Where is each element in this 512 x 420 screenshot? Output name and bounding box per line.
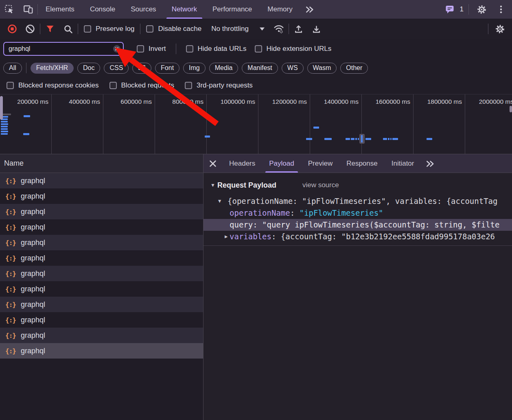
- name-column-header[interactable]: Name: [0, 154, 203, 173]
- settings-gear-icon[interactable]: [472, 4, 491, 15]
- throttling-select[interactable]: No throttling: [211, 25, 265, 33]
- export-har-icon[interactable]: [309, 22, 325, 36]
- chip-wasm[interactable]: Wasm: [307, 63, 337, 74]
- tab-elements[interactable]: Elements: [38, 0, 82, 19]
- request-row[interactable]: {:}graphql: [0, 250, 203, 266]
- tab-initiator[interactable]: Initiator: [385, 154, 421, 173]
- invert-label: Invert: [149, 45, 166, 53]
- chip-font[interactable]: Font: [155, 63, 179, 74]
- chip-manifest[interactable]: Manifest: [242, 63, 278, 74]
- tab-preview[interactable]: Preview: [301, 154, 339, 173]
- request-row[interactable]: {:}graphql: [0, 235, 203, 250]
- invert-checkbox[interactable]: [137, 45, 144, 52]
- payload-row-operation-name[interactable]: operationName"ipFlowTimeseries": [203, 207, 512, 219]
- network-settings-gear-icon[interactable]: [492, 22, 508, 36]
- blocked-cookies-toggle[interactable]: Blocked response cookies: [7, 81, 99, 90]
- invert-toggle[interactable]: Invert: [137, 45, 166, 53]
- clear-filter-icon[interactable]: [113, 45, 121, 53]
- divider: [488, 24, 488, 34]
- issues-message-icon[interactable]: [443, 4, 457, 14]
- tab-console[interactable]: Console: [82, 0, 123, 19]
- tab-headers[interactable]: Headers: [222, 154, 262, 173]
- import-har-icon[interactable]: [291, 22, 307, 36]
- hide-extension-urls-toggle[interactable]: Hide extension URLs: [255, 45, 332, 53]
- request-row[interactable]: {:}graphql: [0, 281, 203, 297]
- payload-row-variables[interactable]: ▶variables{accountTag: "b12e3b2192ee5588…: [203, 231, 512, 243]
- disable-cache-checkbox[interactable]: [146, 25, 153, 33]
- disable-cache-toggle[interactable]: Disable cache: [146, 25, 201, 33]
- blocked-filters-row: Blocked response cookies Blocked request…: [0, 77, 512, 94]
- clear-network-log-icon[interactable]: [22, 22, 38, 36]
- request-row[interactable]: {:}graphql: [0, 188, 203, 204]
- preserve-log-toggle[interactable]: Preserve log: [84, 25, 134, 33]
- more-detail-tabs-icon[interactable]: [421, 154, 440, 173]
- close-details-icon[interactable]: [203, 154, 222, 173]
- view-source-link[interactable]: view source: [302, 181, 339, 189]
- third-party-requests-toggle[interactable]: 3rd-party requests: [185, 81, 253, 90]
- json-braces-icon: {:}: [5, 285, 16, 293]
- blocked-cookies-checkbox[interactable]: [7, 82, 14, 89]
- filter-input[interactable]: [3, 42, 124, 56]
- tab-sources[interactable]: Sources: [123, 0, 164, 19]
- payload-value: "query ipFlowTimeseries($accountTag: str…: [262, 220, 499, 229]
- tab-network[interactable]: Network: [164, 0, 205, 19]
- hide-extension-urls-checkbox[interactable]: [255, 45, 262, 52]
- preserve-log-checkbox[interactable]: [84, 25, 91, 33]
- hide-data-urls-toggle[interactable]: Hide data URLs: [186, 45, 247, 53]
- request-name: graphql: [21, 285, 45, 293]
- throttling-value: No throttling: [211, 25, 249, 33]
- collapse-triangle-icon[interactable]: ▼: [210, 182, 215, 188]
- chip-js[interactable]: JS: [132, 63, 151, 74]
- chip-ws[interactable]: WS: [282, 63, 304, 74]
- collapse-triangle-icon[interactable]: ▼: [218, 195, 221, 207]
- blocked-requests-checkbox[interactable]: [109, 82, 117, 89]
- network-overview-timeline[interactable]: 200000 ms 400000 ms 600000 ms 800000 ms …: [0, 94, 512, 154]
- search-icon[interactable]: [60, 22, 76, 36]
- divider: [78, 24, 78, 34]
- timeline-scroll-handle-left[interactable]: [0, 96, 3, 120]
- chip-media[interactable]: Media: [209, 63, 238, 74]
- chip-all[interactable]: All: [3, 63, 22, 74]
- payload-row-query[interactable]: query"query ipFlowTimeseries($accountTag…: [203, 219, 512, 231]
- hide-data-urls-checkbox[interactable]: [186, 45, 193, 52]
- chip-other[interactable]: Other: [340, 63, 368, 74]
- record-network-log-icon[interactable]: [4, 22, 20, 36]
- expand-triangle-icon[interactable]: ▶: [225, 231, 228, 243]
- blocked-requests-toggle[interactable]: Blocked requests: [109, 81, 174, 90]
- request-payload-section[interactable]: ▼ Request Payload view source: [203, 179, 512, 191]
- third-party-requests-checkbox[interactable]: [185, 82, 192, 89]
- tab-payload[interactable]: Payload: [262, 154, 301, 173]
- chip-img[interactable]: Img: [183, 63, 206, 74]
- kebab-menu-icon[interactable]: [494, 5, 508, 14]
- network-conditions-icon[interactable]: [271, 22, 287, 36]
- request-row[interactable]: {:}graphql: [0, 328, 203, 343]
- more-tabs-icon[interactable]: [300, 0, 319, 19]
- timeline-scroll-handle-right[interactable]: [510, 106, 512, 112]
- request-row-selected[interactable]: {:}graphql: [0, 343, 203, 359]
- filter-funnel-icon[interactable]: [42, 22, 58, 36]
- payload-key: operationName: [230, 208, 300, 217]
- filter-box: [3, 42, 124, 56]
- device-toolbar-icon[interactable]: [19, 0, 37, 19]
- request-row[interactable]: {:}graphql: [0, 219, 203, 235]
- chip-css[interactable]: CSS: [104, 63, 129, 74]
- request-row[interactable]: {:}graphql: [0, 173, 203, 188]
- issues-count[interactable]: 1: [460, 5, 464, 13]
- tab-performance[interactable]: Performance: [205, 0, 260, 19]
- hide-extension-urls-label: Hide extension URLs: [267, 45, 332, 53]
- request-row[interactable]: {:}graphql: [0, 297, 203, 312]
- tab-memory[interactable]: Memory: [260, 0, 300, 19]
- chip-doc[interactable]: Doc: [77, 63, 100, 74]
- request-details-panel: Headers Payload Preview Response Initiat…: [203, 154, 512, 420]
- request-row[interactable]: {:}graphql: [0, 204, 203, 219]
- payload-preview-line[interactable]: ▼{operationName: "ipFlowTimeseries", var…: [203, 195, 512, 207]
- inspect-element-icon[interactable]: [0, 0, 19, 19]
- timeline-selected-marker: [359, 134, 365, 144]
- json-braces-icon: {:}: [5, 223, 16, 231]
- request-row[interactable]: {:}graphql: [0, 266, 203, 281]
- request-row[interactable]: {:}graphql: [0, 312, 203, 328]
- tab-response[interactable]: Response: [339, 154, 385, 173]
- request-name: graphql: [21, 331, 45, 340]
- third-party-requests-label: 3rd-party requests: [197, 81, 253, 90]
- chip-fetch-xhr[interactable]: Fetch/XHR: [31, 63, 74, 74]
